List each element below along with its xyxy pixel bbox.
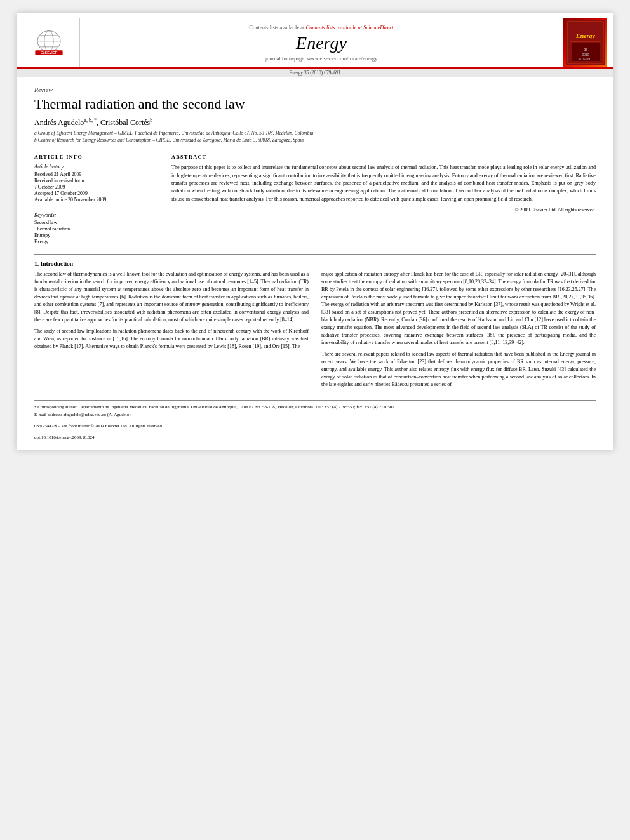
authors-line: Andrés Agudeloa, b, *, Cristóbal Cortésb xyxy=(34,117,596,128)
energy-logo-box: Energy 35 2010 679–691 xyxy=(563,18,607,67)
intro-body: The second law of thermodynamics is a we… xyxy=(34,270,596,392)
intro-col1-para2: The study of second law implications in … xyxy=(34,328,309,350)
available-date: Available online 20 November 2009 xyxy=(34,197,161,203)
svg-text:ELSEVIER: ELSEVIER xyxy=(40,51,57,55)
doi-line: doi:10.1016/j.energy.2009.10.024 xyxy=(34,435,596,441)
affiliation-a: a Group of Efficient Energy Management –… xyxy=(34,130,596,137)
footnote-section: * Corresponding author. Departamento de … xyxy=(34,400,596,441)
abstract-text: The purpose of this paper is to collect … xyxy=(171,164,596,203)
affiliations: a Group of Efficient Energy Management –… xyxy=(34,130,596,143)
elsevier-globe-icon: ELSEVIER xyxy=(30,29,68,57)
article-info-header: ARTICLE INFO xyxy=(34,154,161,160)
sciencedirect-link[interactable]: Contents lists available at ScienceDirec… xyxy=(306,24,394,30)
journal-center: Contents lists available at Contents lis… xyxy=(85,18,558,67)
intro-heading: 1. Introduction xyxy=(34,261,596,267)
svg-text:35: 35 xyxy=(583,48,587,51)
affil-sup-a: a, b, * xyxy=(84,117,97,123)
affil-sup-b: b xyxy=(150,117,152,123)
journal-header: ELSEVIER Contents lists available at Con… xyxy=(17,13,613,69)
history-label: Article history: xyxy=(34,164,161,170)
issn-line: 0360-5442/$ – see front matter © 2009 El… xyxy=(34,423,596,430)
copyright: © 2009 Elsevier Ltd. All rights reserved… xyxy=(171,207,596,213)
article-info: ARTICLE INFO Article history: Received 2… xyxy=(34,150,161,245)
journal-title: Energy xyxy=(296,33,347,53)
svg-text:2010: 2010 xyxy=(582,53,589,57)
intro-col1-para1: The second law of thermodynamics is a we… xyxy=(34,270,309,324)
intro-col2: major application of radiation entropy a… xyxy=(321,270,596,392)
svg-text:679–691: 679–691 xyxy=(579,57,592,61)
received-date: Received 21 April 2009 xyxy=(34,171,161,177)
received-revised-date: 7 October 2009 xyxy=(34,184,161,190)
elsevier-logo: ELSEVIER xyxy=(23,18,80,67)
accepted-date: Accepted 17 October 2009 xyxy=(34,190,161,196)
keywords-label: Keywords: xyxy=(34,212,161,218)
author2: Cristóbal Cortés xyxy=(100,118,150,127)
intro-col1: The second law of thermodynamics is a we… xyxy=(34,270,309,392)
keyword-entropy: Entropy xyxy=(34,232,161,238)
doi-bar: Energy 35 (2010) 679–691 xyxy=(17,69,613,77)
keyword-thermal-radiation: Thermal radiation xyxy=(34,226,161,232)
abstract-header: ABSTRACT xyxy=(171,154,596,160)
received-revised-label: Received in revised form xyxy=(34,178,161,183)
section-label: Review xyxy=(34,86,596,93)
abstract-section: ABSTRACT The purpose of this paper is to… xyxy=(171,150,596,245)
intro-col2-para2: There are several relevant papers relate… xyxy=(321,350,596,389)
footnote-star: * Corresponding author. Departamento de … xyxy=(34,404,596,411)
info-abstract-section: ARTICLE INFO Article history: Received 2… xyxy=(34,150,596,245)
energy-logo-icon: Energy 35 2010 679–691 xyxy=(566,20,605,65)
keywords-section: Keywords: Second law Thermal radiation E… xyxy=(34,208,161,244)
footnote-email: E-mail address: afagudelo@udea.edu.co (A… xyxy=(34,412,596,418)
sciencedirect-bar: Contents lists available at Contents lis… xyxy=(249,24,393,30)
intro-col2-para1: major application of radiation entropy a… xyxy=(321,270,596,347)
section-divider xyxy=(34,254,596,255)
keyword-second-law: Second law xyxy=(34,220,161,225)
article-title: Thermal radiation and the second law xyxy=(34,96,596,112)
keyword-exergy: Exergy xyxy=(34,239,161,244)
journal-homepage: journal homepage: www.elsevier.com/locat… xyxy=(265,55,377,62)
author1: Andrés Agudelo xyxy=(34,118,84,127)
affiliation-b: b Centre of Research for Energy Resource… xyxy=(34,137,596,144)
svg-text:Energy: Energy xyxy=(575,32,596,39)
